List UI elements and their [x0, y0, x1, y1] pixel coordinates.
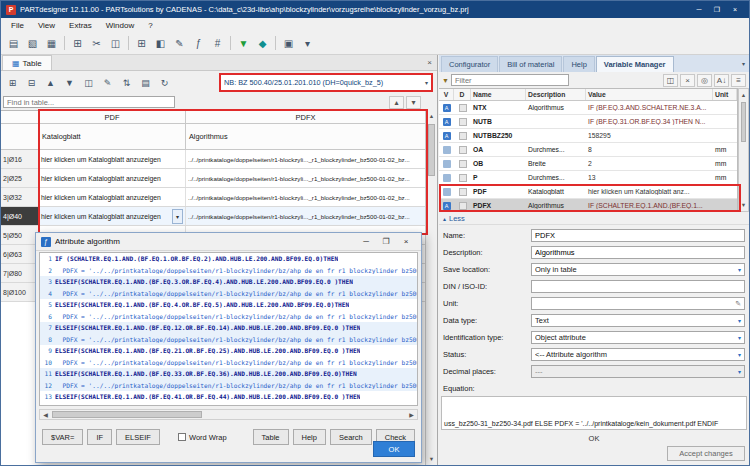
menu-window[interactable]: Window [99, 20, 141, 31]
insert-var-button[interactable]: $VAR= [42, 429, 83, 445]
dialog-ok-button[interactable]: OK [373, 441, 415, 457]
unit-field-wrap[interactable]: ✎ [531, 297, 745, 310]
find-in-table-input[interactable] [3, 96, 175, 108]
menu-help[interactable]: ? [141, 20, 159, 31]
data-type-select[interactable]: Text ▾ [531, 314, 745, 327]
accept-changes-button[interactable]: Accept changes [667, 446, 745, 461]
less-toggle[interactable]: ▴ Less [439, 212, 749, 225]
tab-variable-manager[interactable]: Variable Manager [596, 56, 674, 72]
table-options-icon[interactable]: ▤ [137, 75, 154, 91]
table-button[interactable]: Table [253, 429, 289, 445]
minimize-button[interactable]: ─ [690, 3, 708, 16]
filter-input[interactable] [451, 74, 569, 86]
pdfx-cell[interactable]: ../../printkataloge/doppelseiten/r1-bloc… [186, 188, 425, 206]
variable-row-pdf[interactable]: PDF Katalogblatt hier klicken um Katalog… [439, 185, 737, 199]
search-button[interactable]: Search [330, 429, 372, 445]
pdfx-cell[interactable]: ../../printkataloge/doppelseiten/r1-bloc… [186, 207, 425, 225]
sort-az-icon[interactable]: A↓ [714, 74, 729, 87]
unit-field[interactable] [535, 299, 733, 308]
variable-row-pdfx-selected[interactable]: A PDFX Algorithmus IF (SCHALTER.EQ.1.AND… [439, 199, 737, 212]
delete-row-icon[interactable]: ⊟ [23, 75, 40, 91]
row-header[interactable]: 7|Ø80 [1, 264, 39, 282]
row-header[interactable]: 5|Ø50 [1, 226, 39, 244]
find-prev-icon[interactable]: ▴ [389, 96, 404, 109]
scroll-up-icon[interactable]: ▲ [426, 110, 437, 122]
pencil-icon[interactable]: ✎ [735, 300, 741, 308]
scroll-right-icon[interactable]: ▶ [406, 411, 417, 418]
pdf-cell[interactable]: hier klicken um Katalogblatt anzuzeigen [39, 169, 186, 187]
scroll-down-icon[interactable]: ▼ [739, 199, 748, 211]
search-icon[interactable]: ◎ [697, 74, 712, 87]
pdf-cell[interactable]: hier klicken um Katalogblatt anzuzeigen … [39, 207, 186, 225]
dialog-close-button[interactable]: × [396, 234, 416, 249]
header-value[interactable]: Value [586, 89, 713, 100]
save-location-select[interactable]: Only in table ▾ [531, 263, 745, 276]
menu-extras[interactable]: Extras [62, 20, 99, 31]
clear-filter-icon[interactable]: × [680, 74, 695, 87]
row-header[interactable]: 4|Ø40 [1, 207, 39, 225]
insert-elseif-button[interactable]: ELSEIF [116, 429, 160, 445]
formula-icon[interactable]: ƒ [190, 35, 207, 52]
row-up-icon[interactable]: ▲ [42, 75, 59, 91]
copy-table-icon[interactable]: ◫ [80, 75, 97, 91]
help-button[interactable]: Help [293, 429, 326, 445]
sketcher-icon[interactable]: ✎ [171, 35, 188, 52]
menu-file[interactable]: File [4, 20, 31, 31]
save-icon[interactable]: ▦ [43, 35, 60, 52]
equation-ok-button[interactable]: OK [577, 433, 612, 444]
word-wrap-option[interactable]: Word Wrap [178, 433, 227, 442]
new-document-icon[interactable]: ▤ [5, 35, 22, 52]
algorithm-editor[interactable]: 1IF (SCHALTER.EQ.1.AND.(BF.EQ.1.OR.BF.EQ… [39, 252, 418, 406]
identification-type-select[interactable]: Object attribute ▾ [531, 331, 745, 344]
name-field[interactable] [535, 231, 741, 240]
refresh-table-icon[interactable]: ↻ [156, 75, 173, 91]
scroll-down-icon[interactable]: ▼ [426, 453, 437, 465]
help-menu-icon[interactable]: ▾ [299, 35, 316, 52]
row-header[interactable]: 1|Ø16 [1, 150, 39, 168]
scroll-up-icon[interactable]: ▲ [739, 89, 748, 101]
scrollbar-thumb[interactable] [52, 411, 202, 418]
header-d[interactable]: D [454, 89, 471, 100]
header-v[interactable]: V [439, 89, 454, 100]
editor-horizontal-scrollbar[interactable]: ◀ ▶ [39, 409, 418, 420]
publish-icon[interactable]: ▼ [235, 35, 252, 52]
table-vertical-scrollbar[interactable]: ▲ ▼ [425, 110, 437, 465]
3d-view-icon[interactable]: ◧ [152, 35, 169, 52]
tab-overflow-icon[interactable]: ▾ [742, 60, 745, 67]
equation-field[interactable]: uss_bz250-31_bz250-34.pdf ELSE PDFX = '.… [441, 396, 747, 430]
material-icon[interactable]: ◆ [254, 35, 271, 52]
pdf-cell[interactable]: hier klicken um Katalogblatt anzuzeigen [39, 150, 186, 168]
pdfx-cell[interactable]: ../../printkataloge/doppelseiten/r1-bloc… [186, 150, 425, 168]
column-header-pdfx[interactable]: PDFX [186, 111, 425, 123]
variable-row[interactable]: A NUTB IF (BF.EQ.31.OR.BF.EQ.34 )THEN N.… [439, 115, 737, 129]
header-unit[interactable]: Unit [713, 89, 737, 100]
header-name[interactable]: Name [471, 89, 526, 100]
tab-table[interactable]: ▦ Table [2, 55, 52, 70]
variable-row[interactable]: OA Durchmes... 8 mm [439, 143, 737, 157]
menu-view[interactable]: View [31, 20, 62, 31]
insert-if-button[interactable]: IF [87, 429, 112, 445]
word-wrap-checkbox[interactable] [178, 433, 186, 441]
maximize-button[interactable]: ❐ [708, 3, 726, 16]
variable-row[interactable]: A NTX Algorithmus IF (BF.EQ.3.AND.SCHALT… [439, 101, 737, 115]
copy-icon[interactable]: ◫ [107, 35, 124, 52]
grid-vertical-scrollbar[interactable]: ▲ ▼ [738, 88, 749, 212]
calculator-icon[interactable]: # [209, 35, 226, 52]
panel-close-icon[interactable]: × [427, 58, 432, 67]
open-project-icon[interactable]: ▧ [24, 35, 41, 52]
column-header-pdf[interactable]: PDF [39, 111, 186, 123]
cell-dropdown-icon[interactable]: ▾ [172, 209, 183, 224]
status-select[interactable]: <-- Attribute algorithm ▾ [531, 348, 745, 361]
row-down-icon[interactable]: ▼ [61, 75, 78, 91]
table-editor-icon[interactable]: ⊞ [133, 35, 150, 52]
column-chooser-icon[interactable]: ◫ [663, 74, 678, 87]
variable-row[interactable]: P Durchmes... 13 mm [439, 171, 737, 185]
dialog-maximize-button[interactable]: ❐ [376, 234, 396, 249]
close-button[interactable]: × [726, 3, 744, 16]
scroll-left-icon[interactable]: ◀ [40, 411, 51, 418]
variable-row[interactable]: OB Breite 2 mm [439, 157, 737, 171]
dialog-minimize-button[interactable]: ─ [356, 234, 376, 249]
tab-help[interactable]: Help [563, 56, 594, 72]
save-all-icon[interactable]: ⊞ [69, 35, 86, 52]
row-header[interactable]: 8|Ø100 [1, 283, 39, 301]
